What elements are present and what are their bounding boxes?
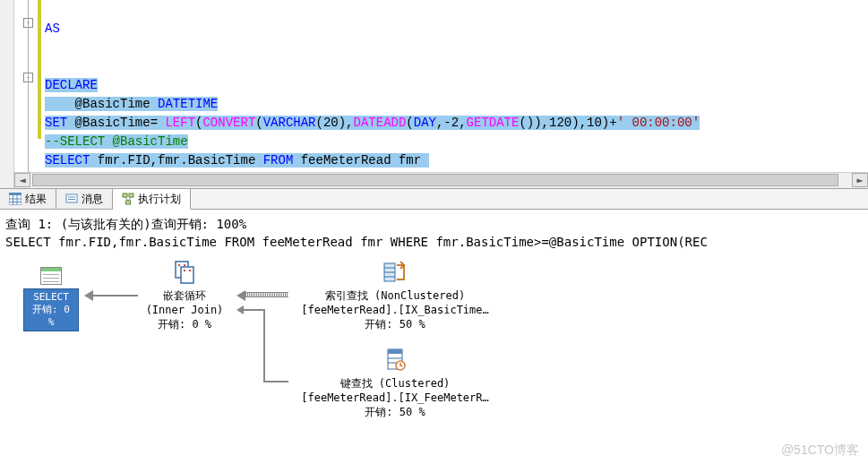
query-cost-header: 查询 1: (与该批有关的)查询开销: 100% — [5, 215, 868, 233]
plan-diagram: SELECT 开销: 0 % 嵌套循环 (Inner Join) 开销: 0 % — [5, 256, 868, 435]
code-line: SELECT fmr.FID,fmr.BasicTime FROM feeMet… — [45, 151, 700, 170]
svg-rect-6 — [66, 194, 77, 202]
op-cost: 开销: 50 % — [283, 405, 507, 419]
plan-node-index-seek[interactable]: 索引查找 (NonClustered) [feeMeterRead].[IX_B… — [283, 258, 507, 331]
op-cost: 开销: 0 % — [131, 317, 238, 331]
tab-label: 结果 — [25, 192, 47, 207]
editor-gutter — [0, 0, 14, 188]
watermark: @51CTO博客 — [781, 443, 859, 459]
plan-node-nested-loop[interactable]: 嵌套循环 (Inner Join) 开销: 0 % — [131, 258, 238, 331]
index-seek-icon — [381, 258, 409, 287]
code-line: AS — [45, 20, 700, 39]
tab-execution-plan[interactable]: 执行计划 — [113, 189, 191, 210]
execution-plan-pane[interactable]: 查询 1: (与该批有关的)查询开销: 100% SELECT fmr.FID,… — [0, 210, 868, 435]
svg-point-18 — [184, 270, 185, 271]
scroll-left-icon[interactable]: ◄ — [14, 173, 30, 187]
op-object: [feeMeterRead].[IX_FeeMeterR… — [283, 391, 507, 405]
svg-line-13 — [128, 197, 132, 201]
svg-rect-10 — [129, 193, 133, 197]
op-title: 键查找 (Clustered) — [283, 376, 507, 391]
sql-editor[interactable]: - - AS DECLARE @BasicTime DATETIMESET @B… — [0, 0, 868, 188]
code-content[interactable]: AS DECLARE @BasicTime DATETIMESET @Basic… — [45, 0, 700, 188]
arrow-icon — [236, 305, 244, 314]
svg-rect-11 — [126, 201, 131, 204]
tab-label: 消息 — [82, 192, 103, 207]
code-line: --SELECT @BasicTime — [45, 133, 700, 151]
svg-line-12 — [125, 197, 129, 201]
tab-messages[interactable]: 消息 — [56, 189, 113, 209]
op-object: [feeMeterRead].[IX_BasicTime… — [283, 303, 507, 317]
svg-rect-15 — [181, 267, 193, 283]
plan-node-key-lookup[interactable]: 键查找 (Clustered) [feeMeterRead].[IX_FeeMe… — [283, 346, 507, 419]
code-line: SET @BasicTime= LEFT(CONVERT(VARCHAR(20)… — [45, 114, 700, 133]
grid-icon — [9, 193, 21, 205]
op-title: SELECT — [30, 291, 73, 304]
op-cost: 开销: 50 % — [283, 317, 507, 331]
query-sql-text: SELECT fmr.FID,fmr.BasicTime FROM feeMet… — [5, 233, 868, 251]
op-title: 索引查找 (NonClustered) — [283, 288, 507, 303]
op-subtitle: (Inner Join) — [131, 303, 238, 317]
arrow-icon — [236, 290, 245, 301]
change-indicator — [38, 0, 41, 139]
results-tabs: 结果 消息 执行计划 — [0, 188, 868, 210]
horizontal-scrollbar[interactable]: ◄ ► — [14, 172, 868, 188]
scroll-right-icon[interactable]: ► — [852, 173, 868, 187]
code-line: DECLARE — [45, 76, 700, 95]
fold-column: - - — [21, 0, 38, 188]
nested-loop-icon — [170, 258, 199, 287]
svg-rect-25 — [388, 349, 402, 354]
svg-rect-9 — [123, 193, 127, 197]
svg-rect-1 — [9, 193, 21, 195]
tab-label: 执行计划 — [138, 192, 181, 207]
plan-connector — [245, 292, 288, 297]
svg-point-17 — [184, 264, 185, 266]
code-line: @BasicTime DATETIME — [45, 95, 700, 114]
plan-icon — [122, 193, 134, 205]
op-cost: 开销: 0 % — [30, 304, 73, 329]
arrow-icon — [84, 290, 93, 301]
svg-point-19 — [189, 270, 191, 271]
plan-connector — [263, 309, 265, 382]
plan-node-select[interactable]: SELECT 开销: 0 % — [23, 267, 79, 331]
plan-connector — [244, 309, 265, 311]
svg-point-16 — [178, 264, 180, 266]
select-result-icon — [40, 267, 62, 285]
op-title: 嵌套循环 — [131, 288, 238, 303]
scrollbar-thumb[interactable] — [32, 174, 838, 186]
key-lookup-icon — [381, 346, 409, 374]
tab-results[interactable]: 结果 — [0, 189, 56, 209]
messages-icon — [65, 193, 78, 205]
